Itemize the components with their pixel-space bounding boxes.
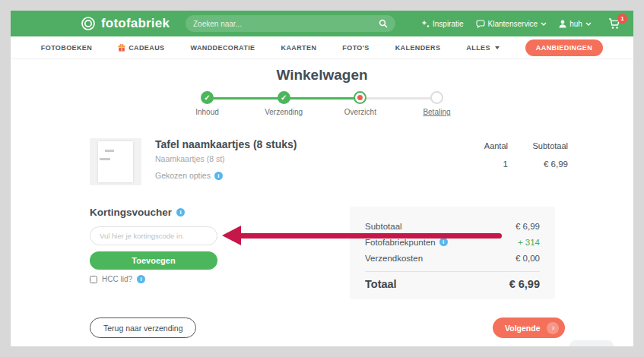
- summary-divider: [365, 271, 540, 272]
- nav-kaarten[interactable]: KAARTEN: [281, 44, 317, 52]
- chevron-down-icon: [541, 22, 547, 26]
- product-options: Gekozen opties: [155, 171, 297, 180]
- current-step-icon: [354, 91, 366, 104]
- info-icon[interactable]: [439, 238, 448, 246]
- product-info: Tafel naamkaartjes (8 stuks) Naamkaartje…: [155, 138, 297, 180]
- nav-fotoboeken[interactable]: FOTOBOEKEN: [41, 44, 92, 52]
- scroll-top-arc: [569, 340, 614, 346]
- user-icon: [559, 20, 566, 28]
- nav-wanddecoratie[interactable]: WANDDECORATIE: [190, 44, 255, 52]
- webshop-page: fotofabriek: [11, 11, 633, 346]
- chat-bubble-icon: [476, 20, 485, 28]
- check-circle-icon: ✓: [201, 91, 214, 104]
- subtotal-header: Subtotaal: [519, 141, 568, 150]
- step-overzicht: Overzicht: [327, 91, 394, 125]
- product-thumbnail-card: [98, 141, 133, 182]
- product-subtitle: Naamkaartjes (8 st): [155, 154, 297, 163]
- info-icon[interactable]: [176, 208, 185, 216]
- logo-text: fotofabriek: [101, 16, 170, 31]
- subtotal-value: € 6,99: [519, 160, 568, 169]
- nav-alles[interactable]: ALLES: [466, 44, 500, 52]
- logo[interactable]: fotofabriek: [81, 11, 170, 36]
- info-icon[interactable]: [137, 275, 145, 283]
- main-nav: FOTOBOEKEN CADEAUS WANDDECORATIE KAARTEN…: [11, 36, 633, 59]
- nav-fotos[interactable]: FOTO'S: [342, 44, 369, 52]
- next-button[interactable]: Volgende ›: [493, 318, 565, 338]
- arrow-head-icon: [222, 226, 241, 245]
- quantity-value: 1: [461, 160, 508, 169]
- chevron-right-icon: ›: [547, 322, 559, 334]
- cart-count-badge: 1: [617, 14, 627, 24]
- search-bar[interactable]: [186, 15, 395, 32]
- nav-cadeaus[interactable]: CADEAUS: [118, 43, 164, 52]
- hcc-label: HCC lid?: [102, 275, 132, 283]
- cart-button[interactable]: 1: [608, 18, 621, 30]
- sparkles-icon: [421, 20, 430, 28]
- summary-row-verzendkosten: Verzendkosten € 0,00: [365, 250, 540, 266]
- hcc-member-row: HCC lid?: [90, 275, 145, 283]
- nav-aanbiedingen[interactable]: AANBIEDINGEN: [525, 39, 603, 56]
- quantity-header: Aantal: [461, 141, 508, 150]
- back-to-shipping-button[interactable]: Terug naar verzending: [90, 318, 196, 338]
- page-title: Winkelwagen: [11, 67, 633, 84]
- search-icon[interactable]: [379, 19, 388, 28]
- voucher-code-input[interactable]: [90, 226, 217, 245]
- klantenservice-link[interactable]: Klantenservice: [476, 20, 547, 28]
- header-links: Inspiratie Klantenservice: [421, 11, 621, 36]
- checkout-stepper: ✓ Inhoud ✓ Verzending Overzicht Betaling: [174, 91, 471, 125]
- voucher-submit-button[interactable]: Toevoegen: [90, 251, 217, 270]
- nav-kalenders[interactable]: KALENDERS: [395, 44, 441, 52]
- summary-row-punten: Fotofabriekpunten + 314: [365, 234, 540, 250]
- summary-row-subtotaal: Subtotaal € 6,99: [365, 218, 540, 234]
- product-title: Tafel naamkaartjes (8 stuks): [155, 138, 297, 150]
- step-betaling[interactable]: Betaling: [403, 91, 470, 125]
- info-icon[interactable]: [214, 172, 223, 180]
- order-summary: Subtotaal € 6,99 Fotofabriekpunten + 314…: [350, 207, 555, 299]
- step-verzending: ✓ Verzending: [250, 91, 317, 125]
- gift-icon: [118, 43, 125, 52]
- logo-rings-icon: [81, 16, 96, 31]
- account-link[interactable]: huh: [559, 20, 592, 28]
- subtotal-column: Subtotaal € 6,99: [519, 141, 568, 169]
- chevron-down-icon: [585, 22, 592, 26]
- step-inhoud: ✓ Inhoud: [174, 91, 241, 125]
- chevron-down-icon: [495, 46, 500, 49]
- product-thumbnail: [90, 138, 141, 185]
- check-circle-icon: ✓: [278, 91, 290, 104]
- summary-total-row: Totaal € 6,99: [365, 278, 540, 290]
- header-bar: fotofabriek: [11, 11, 633, 36]
- screenshot-frame: fotofabriek: [0, 0, 644, 357]
- voucher-title: Kortingsvoucher: [90, 207, 185, 218]
- inspiratie-link[interactable]: Inspiratie: [421, 20, 464, 28]
- quantity-column: Aantal 1: [461, 141, 508, 169]
- hcc-checkbox[interactable]: [90, 276, 97, 283]
- search-input[interactable]: [193, 20, 379, 28]
- empty-step-icon: [430, 91, 443, 104]
